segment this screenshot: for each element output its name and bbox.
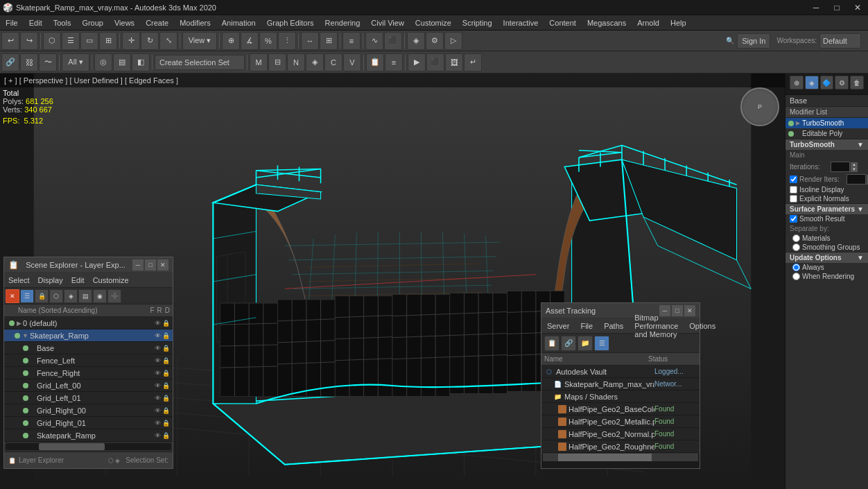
scene-menu-edit[interactable]: Edit — [67, 275, 89, 286]
scene-lock-btn[interactable]: 🔒 — [35, 289, 49, 303]
menu-item-arnold[interactable]: Arnold — [632, 17, 665, 28]
rp-editablepoly-item[interactable]: ▶ Editable Poly — [785, 128, 868, 139]
asset-hscrollbar[interactable] — [541, 461, 700, 468]
rp-iter-down[interactable]: ▼ — [851, 167, 858, 172]
scene-explorer-minimize[interactable]: ─ — [132, 259, 144, 271]
link-button[interactable]: 🔗 — [1, 53, 19, 71]
unlink-button[interactable]: ⛓ — [20, 53, 38, 71]
undo-button[interactable]: ↩ — [1, 32, 19, 50]
quick-render-button[interactable]: ▷ — [444, 32, 462, 50]
align-camera-btn[interactable]: C — [324, 53, 342, 71]
at-options[interactable]: Options — [684, 320, 721, 332]
scene-tb-b4[interactable]: ◉ — [93, 289, 107, 303]
ref-coord-dropdown[interactable]: View ▾ — [182, 32, 217, 50]
rp-icon-1[interactable]: ⊕ — [790, 76, 804, 89]
spinner-snap-button[interactable]: ⋮ — [278, 32, 296, 50]
menu-item-edit[interactable]: Edit — [24, 17, 48, 28]
at-row-5[interactable]: HalfPipe_Geo2_Normal.png Found — [541, 428, 700, 440]
at-tb-3[interactable]: 📁 — [578, 336, 593, 351]
rp-materials-radio[interactable] — [792, 234, 800, 242]
region-selection-button[interactable]: ▭ — [80, 32, 98, 50]
redo-button[interactable]: ↪ — [20, 32, 38, 50]
menu-item-views[interactable]: Views — [109, 17, 140, 28]
tb-render-last-btn[interactable]: ↵ — [464, 53, 482, 71]
by-layer-btn[interactable]: ▤ — [113, 53, 131, 71]
viewport[interactable]: [ + ] [ Perspective ] [ User Defined ] [… — [0, 74, 785, 489]
rp-render-iters-check[interactable] — [790, 175, 797, 183]
scene-close-btn[interactable]: ✕ — [6, 289, 19, 303]
scene-menu-display[interactable]: Display — [34, 275, 67, 286]
menu-item-graph-editors[interactable]: Graph Editors — [261, 17, 320, 28]
menu-item-megascans[interactable]: Megascans — [582, 17, 632, 28]
rp-smooth-result-check[interactable] — [790, 215, 797, 223]
rp-turbosmooth-item[interactable]: ▶ TurboSmooth — [785, 118, 868, 128]
rp-iter-input[interactable]: 0 — [831, 162, 850, 172]
curve-editor-button[interactable]: ∿ — [365, 32, 383, 50]
toggle-scene-exp-btn[interactable]: 📋 — [366, 53, 384, 71]
scene-explorer-maximize[interactable]: □ — [145, 259, 156, 271]
scene-row-5[interactable]: ▶ Grid_Left_00 👁 🔒 — [4, 379, 173, 392]
scene-explorer-close[interactable]: ✕ — [157, 259, 168, 271]
create-selection-set-label[interactable]: Create Selection Set — [155, 55, 245, 70]
rp-iter-up[interactable]: ▲ — [851, 162, 858, 167]
scene-row-4[interactable]: ▶ Fence_Right 👁 🔒 — [4, 367, 173, 379]
rp-ts-section[interactable]: TurboSmooth ▼ — [785, 139, 868, 150]
nav-cube[interactable]: P — [740, 87, 782, 129]
rp-icon-3[interactable]: 🔷 — [820, 76, 834, 89]
angle-snap-button[interactable]: ∡ — [241, 32, 259, 50]
mirror2-btn[interactable]: M — [250, 53, 268, 71]
at-row-0[interactable]: ⬡ Autodesk Vault Logged... — [541, 366, 700, 378]
menu-item-interactive[interactable]: Interactive — [498, 17, 544, 28]
scene-row-2[interactable]: ▶ Base 👁 🔒 — [4, 342, 173, 354]
at-menu-paths[interactable]: Paths — [598, 320, 629, 332]
select-object-button[interactable]: ⬡ — [43, 32, 61, 50]
close-button[interactable]: ✕ — [847, 0, 868, 15]
at-menu-file[interactable]: File — [575, 320, 598, 332]
at-tb-1[interactable]: 📋 — [544, 336, 559, 351]
tb-render-btn[interactable]: ▶ — [408, 53, 426, 71]
at-row-6[interactable]: HalfPipe_Geo2_Roughness.png Found — [541, 440, 700, 453]
scene-row-8[interactable]: ▶ Grid_Right_01 👁 🔒 — [4, 417, 173, 429]
tb-render-prod-btn[interactable]: ⬛ — [426, 53, 444, 71]
scene-menu-customize[interactable]: Customize — [89, 275, 133, 286]
menu-item-civil-view[interactable]: Civil View — [365, 17, 409, 28]
by-object-btn[interactable]: ◧ — [132, 53, 150, 71]
place-highlight-btn[interactable]: ◈ — [306, 53, 324, 71]
scene-row-3[interactable]: ▶ Fence_Left 👁 🔒 — [4, 354, 173, 367]
rp-isoline-check[interactable] — [790, 186, 797, 194]
at-row-2[interactable]: 📁 Maps / Shaders — [541, 391, 700, 403]
render-type-btn[interactable]: ◎ — [94, 53, 112, 71]
view-dropdown-btn[interactable]: All ▾ — [62, 53, 89, 71]
scene-tb-b5[interactable]: ➕ — [107, 289, 121, 303]
align-button[interactable]: ⊞ — [320, 32, 338, 50]
scene-row-1[interactable]: ▼ Skatepark_Ramp 👁 🔒 — [4, 329, 173, 342]
rp-icon-5[interactable]: 🗑 — [850, 76, 864, 89]
rp-update-section[interactable]: Update Options ▼ — [785, 252, 868, 263]
toggle-layers-btn[interactable]: ≡ — [385, 53, 403, 71]
asset-close[interactable]: ✕ — [684, 305, 695, 316]
menu-item-rendering[interactable]: Rendering — [320, 17, 366, 28]
menu-item-customize[interactable]: Customize — [410, 17, 457, 28]
at-menu-server[interactable]: Server — [541, 320, 575, 332]
maximize-button[interactable]: □ — [826, 0, 847, 15]
at-row-4[interactable]: HalfPipe_Geo2_Metallic.png Found — [541, 415, 700, 428]
menu-item-create[interactable]: Create — [140, 17, 174, 28]
rp-icon-2[interactable]: ◈ — [805, 76, 819, 89]
at-tb-2[interactable]: 🔗 — [561, 336, 576, 351]
scene-scrollbar[interactable] — [6, 443, 171, 450]
sign-in-button[interactable]: Sign In — [737, 33, 770, 49]
scene-row-0[interactable]: ▶ 0 (default) 👁 🔒 — [4, 317, 173, 329]
menu-item-file[interactable]: File — [0, 17, 24, 28]
tb-render-frame-btn[interactable]: 🖼 — [445, 53, 463, 71]
layer-manager-button[interactable]: ≡ — [342, 32, 361, 50]
snap-toggle-button[interactable]: ⊕ — [222, 32, 240, 50]
select-by-name-button[interactable]: ☰ — [62, 32, 80, 50]
scene-tb-b1[interactable]: ⬡ — [49, 289, 63, 303]
schematic-view-button[interactable]: ⬛ — [384, 32, 402, 50]
align2-btn[interactable]: ⊟ — [268, 53, 286, 71]
mirror-button[interactable]: ↔ — [301, 32, 319, 50]
scene-filter-btn[interactable]: ☰ — [20, 289, 34, 303]
scene-menu-select[interactable]: Select — [4, 275, 34, 286]
at-row-3[interactable]: HalfPipe_Geo2_BaseColor.png Found — [541, 403, 700, 415]
select-move-button[interactable]: ✛ — [122, 32, 140, 50]
